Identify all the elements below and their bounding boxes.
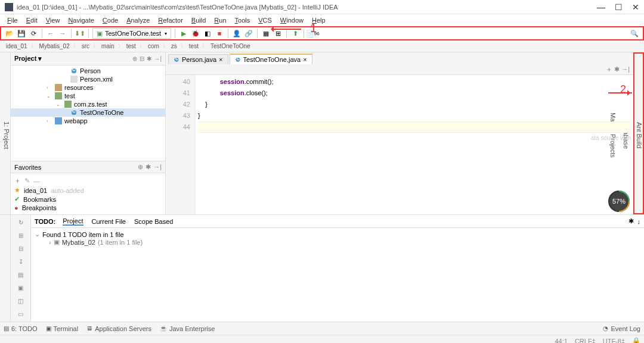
back-icon[interactable]: ← <box>46 29 55 38</box>
maximize-button[interactable]: ☐ <box>615 2 623 12</box>
profile-icon[interactable]: 👤 <box>232 29 242 38</box>
fav-settings-icon[interactable]: ✱ <box>145 163 151 171</box>
run-icon[interactable]: ▶ <box>179 29 188 38</box>
fav-hide-icon[interactable]: →| <box>153 163 162 171</box>
add-fav-icon[interactable]: ＋ <box>14 176 21 185</box>
forward-icon[interactable]: → <box>58 29 67 38</box>
todo-tab[interactable]: ▤ 6: TODO <box>4 325 38 332</box>
annotation-2: 2 <box>620 83 626 96</box>
edit-fav-icon[interactable]: ✎ <box>24 177 30 185</box>
eventlog-tab[interactable]: ◔ Event Log <box>603 325 640 332</box>
todo-gutter: ↻ ⊞ ⊟ ↧ ▤ ▣ ◫ ▭ <box>11 215 31 322</box>
left-tool-stripe: 1: Project 7: Structure Web 2: Favorites <box>0 52 11 214</box>
javaee-tab[interactable]: ☕ Java Enterprise <box>160 325 215 332</box>
close-button[interactable]: ✕ <box>632 2 639 12</box>
menu-file[interactable]: File <box>4 15 21 25</box>
menu-navigate[interactable]: Navigate <box>64 15 97 25</box>
todo-package-icon[interactable]: ◫ <box>16 296 26 305</box>
todo-tree[interactable]: ⌄Found 1 TODO item in 1 file ›▣Mybatis_0… <box>31 228 644 322</box>
build-icon[interactable]: ⬇⬆ <box>75 29 85 38</box>
project-tree[interactable]: Person Person.xml ›resources ⌄test ⌄com.… <box>11 66 165 161</box>
breadcrumb-item[interactable]: com <box>145 42 162 50</box>
todo-tab-project[interactable]: Project <box>63 217 83 226</box>
editor-area: Person.java× TestOneToOne.java× ＋ ✱ →| 4… <box>166 52 633 214</box>
appservers-tab[interactable]: 🖥 Application Servers <box>86 325 151 332</box>
todo-preview-icon[interactable]: ▤ <box>16 270 26 279</box>
menu-refactor[interactable]: Refactor <box>154 15 187 25</box>
terminal-tab[interactable]: ▣ Terminal <box>46 325 79 332</box>
encoding[interactable]: UTF-8‡ <box>603 338 625 344</box>
line-separator[interactable]: CRLF‡ <box>575 338 596 344</box>
menu-build[interactable]: Build <box>188 15 209 25</box>
close-tab-icon[interactable]: × <box>303 56 306 63</box>
breadcrumb-item[interactable]: zs <box>169 42 179 50</box>
menu-vcs[interactable]: VCS <box>255 15 275 25</box>
stop-icon[interactable]: ■ <box>215 29 224 38</box>
menu-view[interactable]: View <box>42 15 64 25</box>
scroll-from-source-icon[interactable]: ⊕ <box>132 55 137 62</box>
breadcrumb-item[interactable]: test <box>124 42 138 50</box>
search-everywhere-icon[interactable]: 🔍 <box>630 29 639 38</box>
selected-tree-item: TestOneToOne <box>11 108 165 117</box>
fav-bookmarks[interactable]: ✔Bookmarks <box>14 195 162 204</box>
todo-tab-scope[interactable]: Scope Based <box>134 218 173 225</box>
annotation-1: 1 <box>310 21 317 35</box>
project-panel: Project ▾ ⊕ ⊟ ✱ →| Person Person.xml ›re… <box>11 52 166 214</box>
code-editor[interactable]: 4041424344 session.commit(); session.clo… <box>166 75 633 214</box>
debug-icon[interactable]: 🐞 <box>191 29 200 38</box>
ghost-text: ata source with <box>591 135 631 141</box>
editor-hide-icon[interactable]: →| <box>621 66 630 73</box>
breadcrumb-item[interactable]: main <box>99 42 117 50</box>
progress-indicator[interactable]: 57% <box>608 191 630 212</box>
menu-tools[interactable]: Tools <box>231 15 254 25</box>
fav-item[interactable]: ★idea_01 auto-added <box>14 186 162 195</box>
todo-panel: ↻ ⊞ ⊟ ↧ ▤ ▣ ◫ ▭ TODO: Project Current Fi… <box>0 214 644 322</box>
hide-icon[interactable]: →| <box>154 55 162 62</box>
tab-testonetoone[interactable]: TestOneToOne.java× <box>230 54 312 64</box>
settings-icon[interactable]: ✱ <box>147 55 151 62</box>
todo-module-icon[interactable]: ▣ <box>16 283 26 292</box>
todo-tab-current[interactable]: Current File <box>92 218 126 225</box>
todo-hide-icon[interactable]: ↓ <box>637 218 641 225</box>
todo-expand-icon[interactable]: ⊞ <box>16 230 26 240</box>
save-icon[interactable]: 💾 <box>17 29 26 38</box>
menu-code[interactable]: Code <box>99 15 122 25</box>
menu-run[interactable]: Run <box>210 15 230 25</box>
del-fav-icon[interactable]: — <box>33 177 40 185</box>
todo-settings-icon[interactable]: ✱ <box>628 217 634 225</box>
open-icon[interactable]: 📂 <box>5 29 14 38</box>
deploy-icon[interactable]: ⬆ <box>290 29 300 38</box>
todo-autoscroll-icon[interactable]: ↧ <box>16 257 26 266</box>
breadcrumb-item[interactable]: test <box>187 42 201 50</box>
run-config-dropdown[interactable]: ▣TestOneToOne.test <box>92 28 171 39</box>
coverage-icon[interactable]: ◧ <box>203 29 212 38</box>
breadcrumb-item[interactable]: idea_01 <box>4 42 30 50</box>
project-tool-tab[interactable]: 1: Project <box>3 121 10 149</box>
fav-breakpoints[interactable]: ●Breakpoints <box>14 204 162 212</box>
todo-collapse-icon[interactable]: ⊟ <box>16 244 26 253</box>
breadcrumb-item[interactable]: TestOneToOne <box>208 42 253 50</box>
attach-icon[interactable]: 🔗 <box>244 29 253 38</box>
titlebar: idea_01 [D:\idea_01] - ...\Mybatis_02\sr… <box>0 0 644 14</box>
todo-rerun-icon[interactable]: ↻ <box>16 217 26 227</box>
lock-icon[interactable]: 🔒 <box>632 337 640 343</box>
editor-settings-icon[interactable]: ✱ <box>614 66 620 73</box>
tab-person[interactable]: Person.java× <box>168 54 228 64</box>
menu-analyze[interactable]: Analyze <box>123 15 153 25</box>
todo-flatten-icon[interactable]: ▭ <box>16 309 26 319</box>
bottom-tool-tabs: ▤ 6: TODO ▣ Terminal 🖥 Application Serve… <box>0 322 644 335</box>
editor-add-icon[interactable]: ＋ <box>606 66 612 73</box>
menu-window[interactable]: Window <box>277 15 307 25</box>
sync-icon[interactable]: ⟳ <box>29 29 38 38</box>
schema-icon[interactable]: ⊞ <box>273 29 283 38</box>
project-panel-title: Project ▾ <box>14 55 42 63</box>
minimize-button[interactable]: — <box>597 2 605 12</box>
right-tool-stripe: Ant Build Database Maven Projects <box>633 52 644 214</box>
menu-edit[interactable]: Edit <box>23 15 41 25</box>
collapse-icon[interactable]: ⊟ <box>140 55 144 62</box>
breadcrumb-item[interactable]: Mybatis_02 <box>37 42 72 50</box>
close-tab-icon[interactable]: × <box>219 56 222 63</box>
antbuild-tool-tab[interactable]: Ant Build <box>636 122 643 148</box>
breadcrumb-item[interactable]: src <box>79 42 92 50</box>
fav-add-icon[interactable]: ⊕ <box>138 163 143 171</box>
